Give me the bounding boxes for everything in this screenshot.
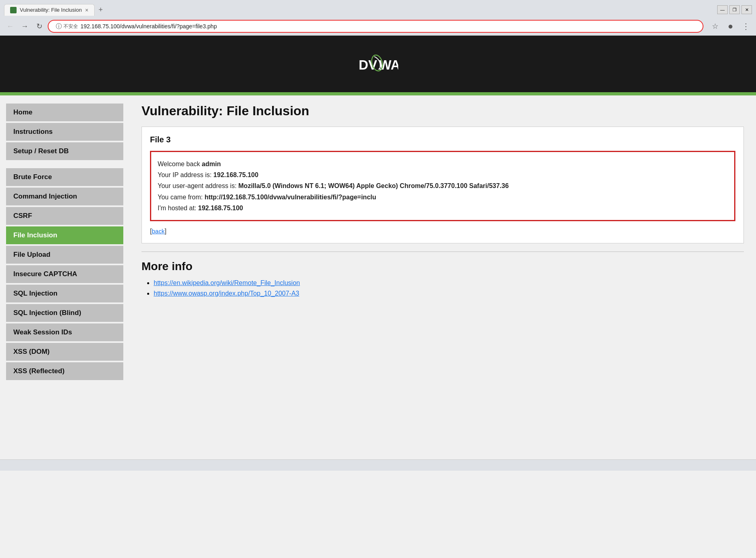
info-welcome-prefix: Welcome back (158, 161, 202, 167)
status-bar (0, 459, 756, 471)
address-bar-container: ⓘ 不安全 (48, 20, 703, 33)
page-content: DV WA Home Instructions Setup / Reset DB (0, 36, 756, 459)
info-line-2: Your IP address is: 192.168.75.100 (158, 169, 728, 180)
list-item: https://en.wikipedia.org/wiki/Remote_Fil… (154, 279, 744, 287)
info-line-5: I'm hosted at: 192.168.75.100 (158, 203, 728, 213)
content-box: File 3 Welcome back admin Your IP addres… (141, 127, 744, 243)
refresh-button[interactable]: ↻ (33, 20, 45, 32)
info-ua: Mozilla/5.0 (Windows NT 6.1; WOW64) Appl… (239, 182, 509, 189)
toolbar-right: ☆ ● ⋮ (709, 20, 752, 32)
content-box-title: File 3 (150, 135, 735, 144)
section-divider (141, 252, 744, 252)
tab-close-button[interactable]: × (85, 7, 88, 13)
more-info-list: https://en.wikipedia.org/wiki/Remote_Fil… (141, 279, 744, 297)
sidebar-spacer (6, 162, 123, 168)
browser-window: Vulnerability: File Inclusion × + — ❐ ✕ … (0, 0, 756, 471)
sidebar-item-brute-force[interactable]: Brute Force (6, 168, 123, 186)
info-icon: ⓘ (56, 23, 62, 30)
sidebar-item-home[interactable]: Home (6, 104, 123, 121)
tab-title: Vulnerability: File Inclusion (20, 7, 82, 13)
maximize-button[interactable]: ❐ (729, 5, 740, 14)
address-input[interactable] (80, 23, 698, 30)
back-link-container: [back] (150, 228, 735, 235)
info-referer-prefix: You came from: (158, 194, 205, 201)
dvwa-logo: DV WA (358, 48, 398, 80)
forward-button[interactable]: → (19, 20, 31, 32)
new-tab-button[interactable]: + (96, 5, 106, 15)
bracket-close: ] (165, 228, 166, 235)
info-username: admin (202, 161, 221, 167)
window-controls: — ❐ ✕ (717, 5, 752, 14)
account-button[interactable]: ● (724, 20, 737, 32)
more-info-title: More info (141, 260, 744, 273)
sidebar-item-file-inclusion[interactable]: File Inclusion (6, 226, 123, 244)
sidebar-item-insecure-captcha[interactable]: Insecure CAPTCHA (6, 265, 123, 283)
info-ua-prefix: Your user-agent address is: (158, 182, 239, 189)
sidebar-item-xss-reflected[interactable]: XSS (Reflected) (6, 362, 123, 380)
sidebar-item-weak-session-ids[interactable]: Weak Session IDs (6, 323, 123, 341)
sidebar-item-csrf[interactable]: CSRF (6, 207, 123, 225)
back-link[interactable]: back (152, 228, 165, 235)
sidebar-item-command-injection[interactable]: Command Injection (6, 188, 123, 205)
info-ip: 192.168.75.100 (213, 171, 258, 178)
dvwa-main-layout: Home Instructions Setup / Reset DB Brute… (0, 95, 756, 459)
tab-favicon (10, 7, 17, 13)
browser-toolbar: ← → ↻ ⓘ 不安全 ☆ ● ⋮ (0, 17, 756, 36)
sidebar-item-instructions[interactable]: Instructions (6, 123, 123, 141)
browser-tab[interactable]: Vulnerability: File Inclusion × (4, 4, 95, 16)
dvwa-header: DV WA (0, 36, 756, 92)
dvwa-content: Vulnerability: File Inclusion File 3 Wel… (129, 95, 756, 459)
minimize-button[interactable]: — (717, 5, 728, 14)
browser-titlebar: Vulnerability: File Inclusion × + — ❐ ✕ (0, 0, 756, 17)
close-window-button[interactable]: ✕ (741, 5, 752, 14)
dvwa-green-line (0, 92, 756, 95)
sidebar-item-setup[interactable]: Setup / Reset DB (6, 142, 123, 160)
sidebar-item-xss-dom[interactable]: XSS (DOM) (6, 343, 123, 361)
info-line-1: Welcome back admin (158, 159, 728, 169)
info-line-3: Your user-agent address is: Mozilla/5.0 … (158, 180, 728, 191)
info-hosted-prefix: I'm hosted at: (158, 205, 198, 211)
info-panel: Welcome back admin Your IP address is: 1… (150, 151, 735, 221)
security-indicator: ⓘ 不安全 (53, 23, 80, 30)
wiki-link[interactable]: https://en.wikipedia.org/wiki/Remote_Fil… (154, 279, 300, 286)
info-line-4: You came from: http://192.168.75.100/dvw… (158, 192, 728, 203)
info-referer: http://192.168.75.100/dvwa/vulnerabiliti… (205, 194, 376, 201)
page-title: Vulnerability: File Inclusion (141, 104, 744, 118)
svg-text:WA: WA (379, 57, 398, 72)
info-hosted: 192.168.75.100 (198, 205, 243, 211)
dvwa-logo-svg: DV WA (358, 48, 398, 80)
menu-button[interactable]: ⋮ (740, 20, 752, 32)
list-item: https://www.owasp.org/index.php/Top_10_2… (154, 290, 744, 297)
bookmark-star-button[interactable]: ☆ (709, 20, 721, 32)
sidebar-item-sql-injection[interactable]: SQL Injection (6, 285, 123, 302)
svg-text:DV: DV (359, 57, 377, 72)
sidebar-item-sql-injection-blind[interactable]: SQL Injection (Blind) (6, 304, 123, 322)
dvwa-sidebar: Home Instructions Setup / Reset DB Brute… (0, 95, 129, 459)
owasp-link[interactable]: https://www.owasp.org/index.php/Top_10_2… (154, 290, 299, 297)
back-button[interactable]: ← (4, 20, 16, 32)
info-ip-prefix: Your IP address is: (158, 171, 213, 178)
sidebar-item-file-upload[interactable]: File Upload (6, 246, 123, 264)
security-label: 不安全 (63, 23, 78, 30)
